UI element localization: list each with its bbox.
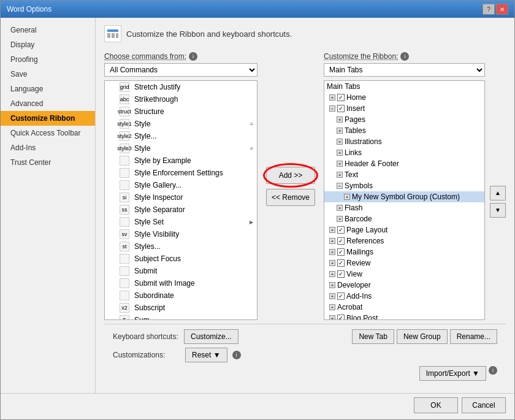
list-item[interactable]: Submit [105,265,257,277]
tree-item[interactable]: +Pages [324,114,484,125]
sidebar-item-display[interactable]: Display [1,37,95,52]
sidebar-item-trust-center[interactable]: Trust Center [1,155,95,170]
expand-icon[interactable]: + [344,194,350,200]
tree-checkbox[interactable]: ✓ [337,270,345,278]
tree-item[interactable]: −✓Insert [324,103,484,114]
tree-item[interactable]: +Illustrations [324,136,484,147]
expand-icon[interactable]: + [329,238,335,244]
list-item[interactable]: stStyles... [105,240,257,253]
tree-checkbox[interactable]: ✓ [337,292,345,300]
expand-icon[interactable]: + [329,94,335,101]
sidebar-item-customize-ribbon[interactable]: Customize Ribbon [1,111,95,126]
sidebar-item-quick-access[interactable]: Quick Access Toolbar [1,126,95,140]
ribbon-dropdown[interactable]: Main Tabs [324,63,485,77]
add-button[interactable]: Add >> [266,167,315,184]
import-export-button[interactable]: Import/Export ▼ [419,366,486,381]
tree-checkbox[interactable]: ✓ [337,259,345,267]
expand-icon[interactable]: + [329,249,335,255]
expand-icon[interactable]: + [329,293,335,299]
tree-item[interactable]: +Header & Footer [324,158,484,169]
rename-button[interactable]: Rename... [450,329,497,344]
tree-item[interactable]: +My New Symbol Group (Custom) [324,191,484,202]
sidebar-item-proofing[interactable]: Proofing [1,52,95,67]
expand-icon[interactable]: + [329,304,335,310]
sidebar-item-advanced[interactable]: Advanced [1,96,95,111]
collapse-icon[interactable]: − [329,105,335,112]
reset-button[interactable]: Reset ▼ [185,348,227,362]
collapse-icon[interactable]: − [337,183,343,189]
cancel-button[interactable]: Cancel [462,397,506,413]
list-item[interactable]: Style Gallery... [105,179,257,191]
expand-icon[interactable]: + [337,139,343,145]
new-group-button[interactable]: New Group [397,329,448,344]
sidebar-item-general[interactable]: General [1,23,95,37]
ribbon-tree[interactable]: Main Tabs+✓Home−✓Insert+Pages+Tables+Ill… [324,80,485,320]
expand-icon[interactable]: + [337,216,343,222]
list-item[interactable]: Submit with Image [105,277,257,289]
list-item[interactable]: Subject Focus [105,253,257,265]
tree-item[interactable]: +✓Home [324,92,484,103]
tree-checkbox[interactable]: ✓ [337,237,345,245]
move-up-button[interactable]: ▲ [490,186,506,200]
tree-item[interactable]: +✓Mailings [324,246,484,258]
list-item[interactable]: Style Set▶ [105,216,257,228]
expand-icon[interactable]: + [329,271,335,277]
sidebar-item-save[interactable]: Save [1,67,95,82]
close-button[interactable]: ✕ [496,4,508,15]
expand-icon[interactable]: + [337,172,343,178]
new-tab-button[interactable]: New Tab [352,329,394,344]
customize-button[interactable]: Customize... [184,329,238,344]
list-item[interactable]: Style by Example [105,155,257,167]
tree-item[interactable]: +✓Add-Ins [324,291,484,302]
tree-item[interactable]: +Flash [324,202,484,213]
tree-checkbox[interactable]: ✓ [337,248,345,256]
tree-checkbox[interactable]: ✓ [337,315,345,320]
tree-item[interactable]: +✓References [324,235,484,246]
ok-button[interactable]: OK [414,397,458,413]
expand-icon[interactable]: + [329,260,335,266]
list-item[interactable]: structStructure [105,105,257,118]
sidebar-item-add-ins[interactable]: Add-Ins [1,140,95,155]
tree-checkbox[interactable]: ✓ [337,226,345,234]
tree-item[interactable]: +Text [324,169,484,180]
list-item[interactable]: ssStyle Separator [105,204,257,216]
tree-item[interactable]: +Acrobat [324,302,484,313]
tree-item[interactable]: +Tables [324,125,484,136]
expand-icon[interactable]: + [337,116,343,123]
list-item[interactable]: x2Subscript [105,302,257,314]
list-item[interactable]: svStyle Visibility [105,228,257,240]
expand-icon[interactable]: + [329,227,335,233]
list-item[interactable]: abcStrikethrough [105,93,257,105]
tree-checkbox[interactable]: ✓ [337,105,345,112]
list-item[interactable]: style1Style≡ [105,118,257,130]
tree-item[interactable]: +✓View [324,269,484,280]
list-item[interactable]: Style Enforcement Settings [105,167,257,179]
sidebar-item-language[interactable]: Language [1,82,95,96]
help-button[interactable]: ? [483,4,495,15]
move-down-button[interactable]: ▼ [490,203,506,218]
list-item[interactable]: siStyle Inspector [105,191,257,204]
list-item[interactable]: Subordinate [105,289,257,302]
list-item[interactable]: ΣSum [105,314,257,320]
expand-icon[interactable]: + [337,161,343,167]
tree-checkbox[interactable]: ✓ [337,94,345,101]
expand-icon[interactable]: + [337,150,343,156]
expand-icon[interactable]: + [337,128,343,134]
list-item[interactable]: style3Style≡ [105,142,257,155]
tree-item[interactable]: +✓Review [324,258,484,269]
tree-item[interactable]: −Symbols [324,180,484,191]
tree-item[interactable]: +Barcode [324,213,484,224]
tree-item[interactable]: +Links [324,147,484,158]
expand-icon[interactable]: + [337,205,343,211]
expand-icon[interactable]: + [329,315,335,320]
tree-item[interactable]: Main Tabs [324,81,484,92]
list-item[interactable]: gridStretch Justify [105,81,257,93]
commands-dropdown[interactable]: All Commands [104,63,258,77]
tree-item[interactable]: +✓Page Layout [324,224,484,235]
list-item[interactable]: style2Style... [105,130,257,142]
expand-icon[interactable]: + [329,282,335,288]
commands-list[interactable]: gridStretch JustifyabcStrikethroughstruc… [104,80,258,320]
remove-button[interactable]: << Remove [266,189,315,206]
tree-item[interactable]: +✓Blog Post [324,313,484,320]
tree-item[interactable]: +Developer [324,280,484,291]
